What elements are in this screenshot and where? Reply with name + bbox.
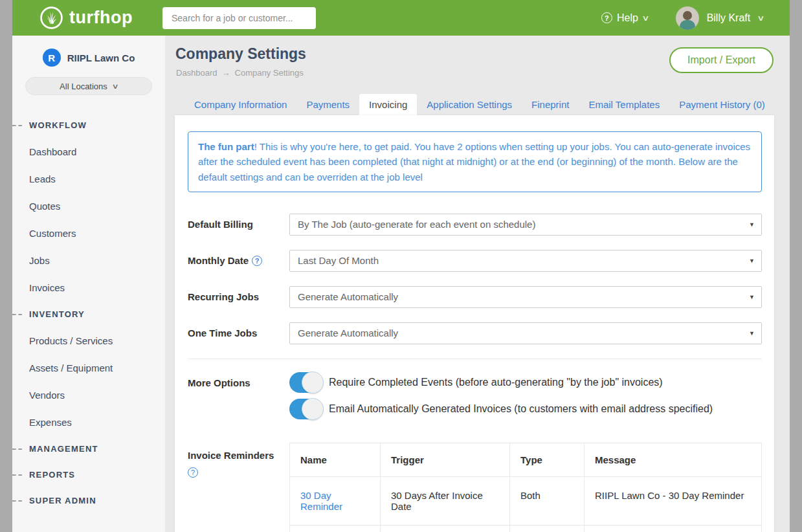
reminder-type: Email	[510, 525, 585, 532]
reminder-trigger: 60 Days After Invoice Date	[381, 525, 510, 532]
sidebar-item-dashboard[interactable]: Dashboard	[12, 138, 165, 165]
sidebar-item-expenses[interactable]: Expenses	[12, 408, 165, 436]
reminder-type: Both	[510, 476, 585, 525]
form-row-one-time-jobs: One Time Jobs Generate Automatically ▼	[188, 322, 762, 344]
default-billing-value: By The Job (auto-generate for each event…	[298, 219, 535, 230]
toggle-knob	[302, 398, 324, 420]
main-content: Company Settings Dashboard → Company Set…	[165, 36, 790, 532]
page-title: Company Settings	[175, 45, 306, 63]
invoice-reminders-help-icon[interactable]: ?	[188, 467, 198, 478]
sidebar-nav: WORKFLOW Dashboard Leads Quotes Customer…	[12, 112, 165, 513]
search-input[interactable]	[162, 7, 316, 29]
location-selector-label: All Locations	[60, 82, 107, 91]
column-header-trigger: Trigger	[381, 443, 510, 476]
require-completed-events-label: Require Completed Events (before auto-ge…	[329, 377, 663, 388]
settings-tabs: Company Information Payments Invoicing A…	[184, 94, 775, 115]
sidebar-item-assets-equipment[interactable]: Assets / Equipment	[12, 354, 165, 381]
company-avatar: R	[43, 49, 61, 67]
import-export-button[interactable]: Import / Export	[669, 47, 774, 73]
intro-message: The fun part! This is why you're here, t…	[188, 131, 762, 192]
location-selector[interactable]: All Locations ∨	[25, 77, 152, 95]
email-generated-invoices-label: Email Automatically Generated Invoices (…	[329, 403, 713, 415]
breadcrumb: Dashboard → Company Settings	[176, 68, 304, 78]
top-navbar: turfhop ? Help ∨ Billy Kraft ∨	[12, 0, 790, 36]
recurring-jobs-select[interactable]: Generate Automatically ▼	[289, 286, 762, 308]
select-arrow-icon: ▼	[749, 294, 755, 300]
more-options-label: More Options	[188, 372, 289, 425]
column-header-name: Name	[290, 443, 381, 476]
select-arrow-icon: ▼	[749, 258, 755, 264]
tab-invoicing[interactable]: Invoicing	[359, 94, 417, 115]
sidebar-section-inventory[interactable]: INVENTORY	[12, 301, 165, 327]
recurring-jobs-value: Generate Automatically	[298, 291, 398, 302]
toggle-knob	[302, 371, 324, 393]
chevron-down-icon: ∨	[111, 82, 118, 91]
monthly-date-select[interactable]: Last Day Of Month ▼	[289, 250, 762, 272]
user-menu[interactable]: Billy Kraft ∨	[676, 6, 764, 30]
reminder-link-30-day[interactable]: 30 Day Reminder	[300, 490, 342, 512]
monthly-date-value: Last Day Of Month	[298, 255, 379, 266]
invoice-reminders-table: Name Trigger Type Message 30 Day Reminde…	[289, 443, 762, 532]
invoice-reminders-label: Invoice Reminders	[188, 449, 289, 462]
breadcrumb-arrow-icon: →	[222, 68, 230, 78]
help-menu[interactable]: ? Help ∨	[601, 12, 649, 24]
sidebar-item-products-services[interactable]: Products / Services	[12, 327, 165, 354]
turfhop-logo-icon	[39, 6, 63, 30]
sidebar-section-management[interactable]: MANAGEMENT	[12, 436, 165, 461]
toggle-row-email-invoices: Email Automatically Generated Invoices (…	[289, 399, 762, 419]
intro-message-bold: The fun part	[198, 141, 254, 152]
page-scrollbar[interactable]	[790, 0, 802, 532]
sidebar-item-quotes[interactable]: Quotes	[12, 192, 165, 219]
section-divider	[188, 359, 762, 359]
table-row: 30 Day Reminder 30 Days After Invoice Da…	[290, 476, 762, 525]
default-billing-label: Default Billing	[188, 214, 289, 236]
breadcrumb-current: Company Settings	[235, 68, 304, 78]
form-row-monthly-date: Monthly Date ? Last Day Of Month ▼	[188, 250, 762, 272]
column-header-type: Type	[510, 443, 585, 476]
company-name: RIIPL Lawn Co	[67, 52, 135, 63]
invoicing-panel: The fun part! This is why you're here, t…	[175, 115, 774, 532]
chevron-down-icon: ∨	[757, 14, 764, 23]
sidebar-item-invoices[interactable]: Invoices	[12, 274, 165, 301]
one-time-jobs-label: One Time Jobs	[188, 322, 289, 344]
table-row: 60 Day Reminder 60 Days After Invoice Da…	[290, 525, 762, 532]
one-time-jobs-select[interactable]: Generate Automatically ▼	[289, 322, 762, 344]
default-billing-select[interactable]: By The Job (auto-generate for each event…	[289, 214, 762, 236]
sidebar-item-jobs[interactable]: Jobs	[12, 247, 165, 274]
monthly-date-help-icon[interactable]: ?	[252, 256, 262, 266]
sidebar-item-leads[interactable]: Leads	[12, 165, 165, 192]
sidebar-section-super-admin[interactable]: SUPER ADMIN	[12, 487, 165, 513]
invoicing-form: Default Billing By The Job (auto-generat…	[188, 214, 762, 344]
sidebar-section-reports[interactable]: REPORTS	[12, 461, 165, 487]
breadcrumb-dashboard[interactable]: Dashboard	[176, 68, 217, 78]
column-header-message: Message	[585, 443, 762, 476]
tab-payments[interactable]: Payments	[296, 94, 359, 115]
select-arrow-icon: ▼	[749, 221, 755, 228]
chevron-down-icon: ∨	[641, 14, 649, 23]
sidebar-item-vendors[interactable]: Vendors	[12, 381, 165, 408]
tab-company-information[interactable]: Company Information	[184, 94, 296, 115]
reminder-message: RIIPL Lawn Co - 60 Day Reminder	[585, 525, 762, 532]
select-arrow-icon: ▼	[749, 330, 755, 337]
intro-message-text: ! This is why you're here, to get paid. …	[198, 141, 750, 183]
company-identity: R RIIPL Lawn Co	[12, 49, 165, 67]
tab-fineprint[interactable]: Fineprint	[522, 94, 579, 115]
tab-payment-history[interactable]: Payment History (0)	[669, 94, 775, 115]
one-time-jobs-value: Generate Automatically	[298, 327, 398, 338]
help-label: Help	[617, 12, 638, 24]
sidebar: R RIIPL Lawn Co All Locations ∨ WORKFLOW…	[12, 36, 165, 532]
recurring-jobs-label: Recurring Jobs	[188, 286, 289, 308]
sidebar-section-workflow[interactable]: WORKFLOW	[12, 112, 165, 138]
tab-application-settings[interactable]: Application Settings	[417, 94, 522, 115]
sidebar-item-customers[interactable]: Customers	[12, 219, 165, 247]
toggle-row-require-completed: Require Completed Events (before auto-ge…	[289, 372, 762, 393]
form-row-default-billing: Default Billing By The Job (auto-generat…	[188, 214, 762, 236]
brand-logo-group[interactable]: turfhop	[39, 6, 133, 30]
email-generated-invoices-toggle[interactable]	[289, 399, 323, 419]
user-avatar	[676, 6, 699, 30]
tab-email-templates[interactable]: Email Templates	[579, 94, 669, 115]
monthly-date-label: Monthly Date ?	[188, 250, 289, 272]
require-completed-events-toggle[interactable]	[289, 372, 323, 393]
left-scrollbar[interactable]	[0, 0, 12, 532]
invoice-reminders-section: Invoice Reminders ? Name Trigger Type Me…	[188, 443, 762, 532]
